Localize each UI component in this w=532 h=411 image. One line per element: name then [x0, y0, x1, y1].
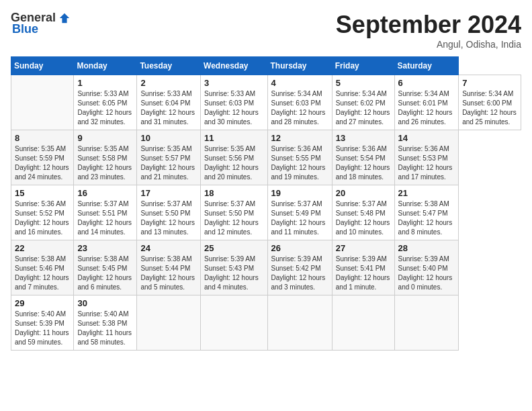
calendar-cell: 23Sunrise: 5:38 AMSunset: 5:45 PMDayligh…	[74, 240, 137, 295]
day-number: 15	[15, 188, 70, 198]
day-info: Sunrise: 5:37 AMSunset: 5:51 PMDaylight:…	[77, 199, 133, 237]
calendar-header-row: SundayMondayTuesdayWednesdayThursdayFrid…	[11, 57, 521, 75]
day-info: Sunrise: 5:36 AMSunset: 5:54 PMDaylight:…	[336, 144, 391, 182]
calendar-cell: 7Sunrise: 5:34 AMSunset: 6:00 PMDaylight…	[459, 75, 521, 130]
day-info: Sunrise: 5:34 AMSunset: 6:01 PMDaylight:…	[398, 89, 455, 127]
day-number: 9	[77, 133, 133, 143]
day-number: 8	[15, 133, 70, 143]
day-info: Sunrise: 5:37 AMSunset: 5:50 PMDaylight:…	[204, 199, 264, 237]
day-info: Sunrise: 5:34 AMSunset: 6:02 PMDaylight:…	[336, 89, 391, 127]
calendar-cell: 28Sunrise: 5:39 AMSunset: 5:40 PMDayligh…	[394, 240, 459, 295]
calendar-cell: 19Sunrise: 5:37 AMSunset: 5:49 PMDayligh…	[267, 185, 332, 240]
calendar-cell: 4Sunrise: 5:34 AMSunset: 6:03 PMDaylight…	[267, 75, 332, 130]
day-number: 13	[336, 133, 391, 143]
logo: General Blue	[11, 11, 71, 36]
day-info: Sunrise: 5:37 AMSunset: 5:50 PMDaylight:…	[140, 199, 197, 237]
calendar-cell: 22Sunrise: 5:38 AMSunset: 5:46 PMDayligh…	[11, 240, 74, 295]
day-info: Sunrise: 5:36 AMSunset: 5:55 PMDaylight:…	[271, 144, 328, 182]
calendar-header-wednesday: Wednesday	[201, 57, 268, 75]
logo-blue-text: Blue	[12, 22, 38, 36]
calendar-week-5: 29Sunrise: 5:40 AMSunset: 5:39 PMDayligh…	[11, 295, 521, 351]
calendar-cell	[332, 295, 394, 351]
day-number: 16	[77, 188, 133, 198]
day-info: Sunrise: 5:38 AMSunset: 5:44 PMDaylight:…	[140, 255, 197, 292]
calendar-body: 1Sunrise: 5:33 AMSunset: 6:05 PMDaylight…	[11, 75, 521, 351]
day-info: Sunrise: 5:38 AMSunset: 5:45 PMDaylight:…	[77, 255, 133, 292]
calendar-cell	[201, 295, 268, 351]
calendar-cell: 11Sunrise: 5:35 AMSunset: 5:56 PMDayligh…	[201, 130, 268, 185]
day-number: 10	[140, 133, 197, 143]
day-number: 2	[140, 78, 197, 88]
day-info: Sunrise: 5:37 AMSunset: 5:48 PMDaylight:…	[336, 199, 391, 237]
day-info: Sunrise: 5:35 AMSunset: 5:58 PMDaylight:…	[77, 144, 133, 182]
calendar-header-sunday: Sunday	[11, 57, 74, 75]
day-number: 19	[271, 188, 328, 198]
calendar-week-4: 22Sunrise: 5:38 AMSunset: 5:46 PMDayligh…	[11, 240, 521, 295]
day-number: 7	[462, 78, 517, 88]
day-number: 18	[204, 188, 264, 198]
calendar-cell: 3Sunrise: 5:33 AMSunset: 6:03 PMDaylight…	[201, 75, 268, 130]
calendar-cell: 2Sunrise: 5:33 AMSunset: 6:04 PMDaylight…	[137, 75, 201, 130]
day-number: 20	[336, 188, 391, 198]
day-info: Sunrise: 5:40 AMSunset: 5:39 PMDaylight:…	[15, 310, 70, 347]
day-info: Sunrise: 5:39 AMSunset: 5:43 PMDaylight:…	[204, 255, 264, 292]
calendar-cell: 14Sunrise: 5:36 AMSunset: 5:53 PMDayligh…	[394, 130, 459, 185]
page-header: General Blue September 2024 Angul, Odish…	[11, 11, 521, 50]
calendar-cell: 9Sunrise: 5:35 AMSunset: 5:58 PMDaylight…	[74, 130, 137, 185]
day-number: 25	[204, 243, 264, 253]
day-number: 21	[398, 188, 455, 198]
calendar-week-3: 15Sunrise: 5:36 AMSunset: 5:52 PMDayligh…	[11, 185, 521, 240]
calendar-cell: 26Sunrise: 5:39 AMSunset: 5:42 PMDayligh…	[267, 240, 332, 295]
calendar-cell: 5Sunrise: 5:34 AMSunset: 6:02 PMDaylight…	[332, 75, 394, 130]
day-number: 4	[271, 78, 328, 88]
calendar-cell	[394, 295, 459, 351]
day-number: 28	[398, 243, 455, 253]
calendar-cell	[11, 75, 74, 130]
day-info: Sunrise: 5:39 AMSunset: 5:42 PMDaylight:…	[271, 255, 328, 292]
day-number: 24	[140, 243, 197, 253]
day-number: 6	[398, 78, 455, 88]
calendar-cell: 18Sunrise: 5:37 AMSunset: 5:50 PMDayligh…	[201, 185, 268, 240]
calendar-cell: 21Sunrise: 5:38 AMSunset: 5:47 PMDayligh…	[394, 185, 459, 240]
day-info: Sunrise: 5:34 AMSunset: 6:03 PMDaylight:…	[271, 89, 328, 127]
calendar-cell: 17Sunrise: 5:37 AMSunset: 5:50 PMDayligh…	[137, 185, 201, 240]
day-info: Sunrise: 5:39 AMSunset: 5:41 PMDaylight:…	[336, 255, 391, 292]
title-block: September 2024 Angul, Odisha, India	[336, 11, 521, 50]
calendar-header-thursday: Thursday	[267, 57, 332, 75]
day-info: Sunrise: 5:40 AMSunset: 5:38 PMDaylight:…	[77, 310, 133, 347]
day-info: Sunrise: 5:33 AMSunset: 6:05 PMDaylight:…	[77, 89, 133, 127]
day-number: 12	[271, 133, 328, 143]
calendar-cell: 20Sunrise: 5:37 AMSunset: 5:48 PMDayligh…	[332, 185, 394, 240]
calendar-cell: 15Sunrise: 5:36 AMSunset: 5:52 PMDayligh…	[11, 185, 74, 240]
day-number: 14	[398, 133, 455, 143]
calendar-week-2: 8Sunrise: 5:35 AMSunset: 5:59 PMDaylight…	[11, 130, 521, 185]
calendar-cell: 1Sunrise: 5:33 AMSunset: 6:05 PMDaylight…	[74, 75, 137, 130]
calendar-header-saturday: Saturday	[394, 57, 459, 75]
day-number: 26	[271, 243, 328, 253]
day-info: Sunrise: 5:34 AMSunset: 6:00 PMDaylight:…	[462, 89, 517, 127]
day-info: Sunrise: 5:39 AMSunset: 5:40 PMDaylight:…	[398, 255, 455, 292]
month-title: September 2024	[336, 11, 521, 39]
day-number: 29	[15, 298, 70, 308]
calendar-cell: 10Sunrise: 5:35 AMSunset: 5:57 PMDayligh…	[137, 130, 201, 185]
calendar-header-friday: Friday	[332, 57, 394, 75]
day-info: Sunrise: 5:36 AMSunset: 5:52 PMDaylight:…	[15, 199, 70, 237]
calendar-cell: 12Sunrise: 5:36 AMSunset: 5:55 PMDayligh…	[267, 130, 332, 185]
calendar-header-monday: Monday	[74, 57, 137, 75]
calendar-cell: 24Sunrise: 5:38 AMSunset: 5:44 PMDayligh…	[137, 240, 201, 295]
calendar-header-tuesday: Tuesday	[137, 57, 201, 75]
calendar-cell: 30Sunrise: 5:40 AMSunset: 5:38 PMDayligh…	[74, 295, 137, 351]
day-number: 30	[77, 298, 133, 308]
location: Angul, Odisha, India	[336, 39, 521, 50]
day-number: 1	[77, 78, 133, 88]
calendar-cell	[267, 295, 332, 351]
day-info: Sunrise: 5:36 AMSunset: 5:53 PMDaylight:…	[398, 144, 455, 182]
day-number: 22	[15, 243, 70, 253]
calendar-cell: 6Sunrise: 5:34 AMSunset: 6:01 PMDaylight…	[394, 75, 459, 130]
calendar-table: SundayMondayTuesdayWednesdayThursdayFrid…	[11, 56, 521, 351]
day-info: Sunrise: 5:38 AMSunset: 5:47 PMDaylight:…	[398, 199, 455, 237]
calendar-week-1: 1Sunrise: 5:33 AMSunset: 6:05 PMDaylight…	[11, 75, 521, 130]
day-info: Sunrise: 5:35 AMSunset: 5:56 PMDaylight:…	[204, 144, 264, 182]
day-number: 3	[204, 78, 264, 88]
day-number: 11	[204, 133, 264, 143]
